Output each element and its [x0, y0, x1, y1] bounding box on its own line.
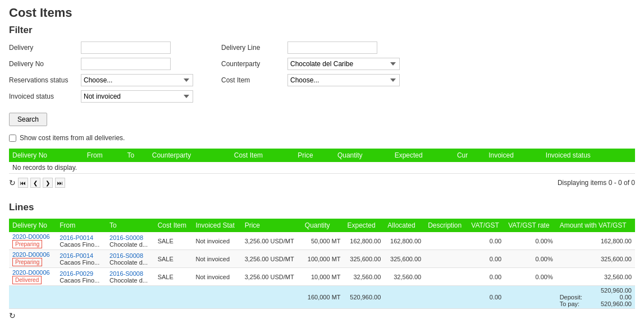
pagination-controls: ↻ ⏮ ❮ ❯ ⏭: [9, 175, 65, 190]
summary-expected: 520,960.00: [344, 286, 385, 309]
row1-vat: 0.00: [468, 232, 505, 250]
no-records-row: No records to display.: [9, 162, 635, 174]
page-title: Cost Items: [9, 6, 635, 20]
lines-col-amount: Amount with VAT/GST: [556, 219, 635, 232]
filter-title: Filter: [9, 25, 635, 36]
row3-quantity: 10,000 MT: [302, 268, 344, 286]
table-row: 2020-D00006 Delivered 2016-P0029 Cacaos …: [9, 268, 635, 286]
row2-price: 3,256.00 USD/MT: [241, 250, 302, 268]
col-cost-item: Cost Item: [231, 149, 295, 162]
row1-from: 2016-P0014 Cacaos Fino...: [56, 232, 106, 250]
row3-description: [424, 268, 468, 286]
counterparty-select[interactable]: Chocolate del Caribe: [287, 58, 400, 70]
col-cur: Cur: [454, 149, 485, 162]
deposit-label: Deposit:: [560, 294, 582, 300]
col-from: From: [84, 149, 124, 162]
row1-from-link[interactable]: 2016-P0014: [60, 234, 93, 241]
invoiced-status-select[interactable]: Not invoiced Invoiced All: [81, 90, 193, 103]
col-delivery-no: Delivery No: [9, 149, 84, 162]
lines-refresh-icon[interactable]: ↻: [9, 311, 16, 319]
invoiced-status-label: Invoiced status: [9, 93, 76, 100]
table-row: 2020-D00006 Preparing 2016-P0014 Cacaos …: [9, 250, 635, 268]
row1-vat-rate: 0.00%: [505, 232, 556, 250]
next-page-button[interactable]: ❯: [43, 178, 53, 188]
row2-delivery-no: 2020-D00006 Preparing: [9, 250, 56, 268]
refresh-icon[interactable]: ↻: [9, 178, 16, 187]
lines-col-expected: Expected: [344, 219, 385, 232]
lines-col-to: To: [106, 219, 154, 232]
row2-cost-item: SALE: [154, 250, 193, 268]
search-button[interactable]: Search: [9, 113, 47, 126]
delivery-no-input[interactable]: [81, 58, 171, 70]
lines-col-invoiced-stat: Invoiced Stat: [192, 219, 241, 232]
row1-allocated: 162,800.00: [384, 232, 424, 250]
to-pay-label: To pay:: [560, 300, 579, 307]
last-page-button[interactable]: ⏭: [55, 178, 65, 188]
row1-amount: 162,800.00: [556, 232, 635, 250]
displaying-text: Displaying items 0 - 0 of 0: [558, 179, 635, 187]
lines-col-quantity: Quantity: [302, 219, 344, 232]
summary-rate-empty: [505, 286, 556, 309]
row2-description: [424, 250, 468, 268]
table-row: 2020-D00006 Preparing 2016-P0014 Cacaos …: [9, 232, 635, 250]
row2-from-link[interactable]: 2016-P0014: [60, 252, 93, 259]
reservations-status-select[interactable]: Choose...: [81, 74, 193, 86]
row3-to-name: Chocolate d...: [109, 277, 151, 284]
row2-delivery-link[interactable]: 2020-D00006: [12, 251, 50, 258]
no-records-text: No records to display.: [9, 162, 635, 174]
filter-section: Filter Delivery Delivery No Reservations…: [9, 25, 635, 142]
row2-status-badge: Preparing: [12, 258, 42, 266]
row3-to: 2016-S0008 Chocolate d...: [106, 268, 154, 286]
row2-invoiced-stat: Not invoiced: [192, 250, 241, 268]
row2-to-link[interactable]: 2016-S0008: [109, 252, 143, 259]
row3-delivery-no: 2020-D00006 Delivered: [9, 268, 56, 286]
row3-to-link[interactable]: 2016-S0008: [109, 270, 143, 277]
row1-expected: 162,800.00: [344, 232, 385, 250]
row3-vat-rate: 0.00%: [505, 268, 556, 286]
summary-quantity: 160,000 MT: [302, 286, 344, 309]
row3-from-name: Cacaos Fino...: [60, 277, 103, 284]
row1-to-link[interactable]: 2016-S0008: [109, 234, 143, 241]
row3-price: 3,256.00 USD/MT: [241, 268, 302, 286]
show-all-label: Show cost items from all deliveries.: [20, 134, 125, 142]
summary-vat: 0.00: [468, 286, 505, 309]
lines-header-row: Delivery No From To Cost Item Invoiced S…: [9, 219, 635, 232]
summary-allocated-empty: [384, 286, 424, 309]
row3-from-link[interactable]: 2016-P0029: [60, 270, 93, 277]
cost-item-select[interactable]: Choose...: [287, 74, 400, 86]
delivery-line-label: Delivery Line: [221, 44, 283, 52]
row1-price: 3,256.00 USD/MT: [241, 232, 302, 250]
row3-expected: 32,560.00: [344, 268, 385, 286]
row1-to: 2016-S0008 Chocolate d...: [106, 232, 154, 250]
prev-page-button[interactable]: ❮: [30, 178, 40, 188]
col-invoiced: Invoiced: [485, 149, 542, 162]
row2-expected: 325,600.00: [344, 250, 385, 268]
col-counterparty: Counterparty: [149, 149, 231, 162]
col-expected: Expected: [391, 149, 454, 162]
lines-section: Lines Delivery No From To Cost Item Invo…: [9, 202, 635, 319]
lines-col-allocated: Allocated: [384, 219, 424, 232]
reservations-status-label: Reservations status: [9, 76, 76, 84]
row3-allocated: 32,560.00: [384, 268, 424, 286]
first-page-button[interactable]: ⏮: [18, 178, 28, 188]
delivery-label: Delivery: [9, 44, 76, 52]
row2-amount: 325,600.00: [556, 250, 635, 268]
cost-items-table: Delivery No From To Counterparty Cost It…: [9, 149, 635, 174]
row3-delivery-link[interactable]: 2020-D00006: [12, 269, 50, 276]
row3-status-badge: Delivered: [12, 276, 42, 284]
summary-empty: [9, 286, 302, 309]
row1-delivery-no: 2020-D00006 Preparing: [9, 232, 56, 250]
row3-from: 2016-P0029 Cacaos Fino...: [56, 268, 106, 286]
row1-delivery-link[interactable]: 2020-D00006: [12, 233, 50, 240]
lines-col-from: From: [56, 219, 106, 232]
delivery-line-input[interactable]: [287, 41, 377, 54]
delivery-input[interactable]: [81, 41, 171, 54]
page-container: Cost Items Filter Delivery Delivery No R…: [0, 0, 644, 319]
lines-col-delivery-no: Delivery No: [9, 219, 56, 232]
lines-col-price: Price: [241, 219, 302, 232]
row1-invoiced-stat: Not invoiced: [192, 232, 241, 250]
show-all-checkbox[interactable]: [9, 135, 16, 142]
row2-to: 2016-S0008 Chocolate d...: [106, 250, 154, 268]
row1-quantity: 50,000 MT: [302, 232, 344, 250]
lines-col-cost-item: Cost Item: [154, 219, 193, 232]
